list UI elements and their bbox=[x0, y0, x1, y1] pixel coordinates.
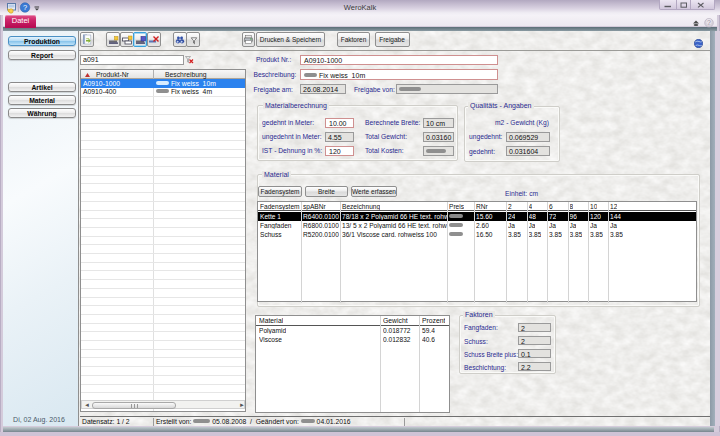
svg-text:?: ? bbox=[707, 19, 711, 26]
svg-text:?: ? bbox=[23, 3, 27, 12]
